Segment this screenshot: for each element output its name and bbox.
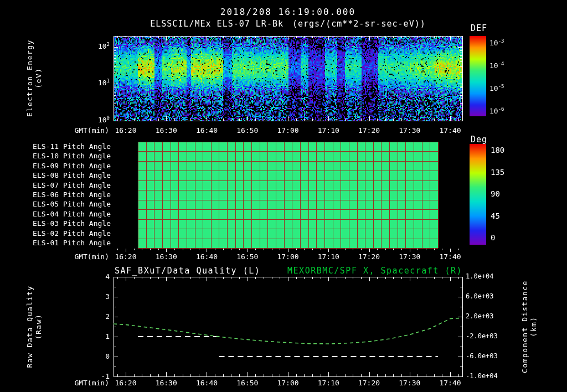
y-axis-label-component-distance: Component Distance (km) — [520, 280, 538, 373]
x-tick-label: 17:10 — [313, 379, 344, 387]
x-tick-label: 17:20 — [354, 379, 385, 387]
x-tick-label: 16:20 — [110, 379, 141, 387]
x-tick-label: 16:40 — [191, 379, 222, 387]
colorbar-tick-label: 180 — [491, 146, 504, 154]
y-tick-label: 3 — [87, 292, 110, 301]
y-tick-label: -1 — [87, 372, 110, 380]
colorbar-tick-label: 10-3 — [489, 38, 504, 47]
y-tick-label: 100 — [87, 115, 110, 124]
pitch-row-label: ELS-04 Pitch Angle — [22, 210, 111, 218]
colorbar-def-label: DEF — [471, 23, 487, 33]
x-tick-label: 17:00 — [272, 126, 303, 135]
y-axis-label-raw-data-quality: Raw Data Quality (Raw) — [25, 285, 43, 368]
x-tick-label: 16:50 — [232, 126, 263, 135]
x-tick-label: 16:50 — [232, 252, 263, 261]
y-tick-label: 2 — [87, 312, 110, 321]
x-tick-label: 16:20 — [110, 126, 141, 135]
x-tick-label: 17:40 — [435, 379, 466, 387]
y-tick-label: 2.0e+03 — [466, 312, 494, 320]
y-tick-label: 102 — [87, 42, 110, 50]
x-tick-label: 17:20 — [354, 252, 385, 261]
x-tick-label: 17:10 — [313, 252, 344, 261]
y-axis-label-line: Electron Energy — [25, 39, 34, 117]
y-tick-label: 4 — [87, 272, 110, 281]
colorbar-deg-label: Deg — [471, 135, 487, 145]
pitch-row-label: ELS-08 Pitch Angle — [22, 171, 111, 179]
x-tick-label: 16:50 — [232, 379, 263, 387]
y-axis-label-line: (Raw) — [34, 285, 43, 368]
y-axis-label-line: (km) — [529, 280, 538, 373]
pitch-row-label: ELS-09 Pitch Angle — [22, 162, 111, 170]
x-tick-label: 17:30 — [394, 379, 425, 387]
gmt-axis-label-panel2: GMT(min) — [59, 252, 109, 261]
gmt-axis-label-panel1: GMT(min) — [59, 126, 109, 135]
y-tick-label: 0 — [87, 352, 110, 360]
panel3-title-right: MEXORBMC/SPF X, Spacecraft (R) — [114, 266, 462, 276]
x-tick-label: 16:40 — [191, 252, 222, 261]
colorbar-tick-label: 90 — [491, 189, 500, 198]
plot-title-units: (ergs/(cm**2-sr-sec-eV)) — [292, 19, 426, 29]
colorbar-tick-label: 10-5 — [489, 84, 504, 92]
plot-title-instrument: ELSSCIL/MEx ELS-07 LR-Bk — [150, 19, 284, 29]
y-tick-label: 1 — [87, 332, 110, 341]
science-plot-page: 2018/208 16:19:00.000 ELSSCIL/MEx ELS-07… — [0, 0, 567, 392]
x-tick-label: 17:40 — [435, 126, 466, 135]
title-datetime: 2018/208 16:19:00.000 — [114, 7, 462, 17]
pitch-row-label: ELS-07 Pitch Angle — [22, 181, 111, 189]
x-tick-label: 16:30 — [151, 252, 182, 261]
colorbar-tick-label: 0 — [491, 233, 495, 242]
y-tick-label: -6.0e+03 — [466, 352, 498, 360]
colorbar-tick-label: 135 — [491, 168, 504, 177]
x-tick-label: 16:30 — [151, 379, 182, 387]
pitch-row-label: ELS-03 Pitch Angle — [22, 219, 111, 228]
y-axis-label-line: Component Distance — [520, 280, 529, 373]
plot-title: ELSSCIL/MEx ELS-07 LR-Bk(ergs/(cm**2-sr-… — [114, 19, 462, 29]
pitch-row-label: ELS-10 Pitch Angle — [22, 152, 111, 160]
x-tick-label: 17:40 — [435, 252, 466, 261]
x-tick-label: 16:30 — [151, 126, 182, 135]
pitch-row-label: ELS-05 Pitch Angle — [22, 200, 111, 208]
y-axis-label-line: (eV) — [34, 39, 43, 117]
x-tick-label: 17:10 — [313, 126, 344, 135]
pitch-row-label: ELS-02 Pitch Angle — [22, 229, 111, 238]
x-tick-label: 17:30 — [394, 126, 425, 135]
y-tick-label: 1.0e+04 — [466, 272, 494, 280]
y-tick-label: -1.0e+04 — [466, 372, 498, 380]
y-tick-label: 101 — [87, 78, 110, 87]
colorbar-tick-label: 10-6 — [489, 106, 504, 115]
x-tick-label: 17:30 — [394, 252, 425, 261]
colorbar-tick-label: 10-4 — [489, 61, 504, 70]
y-axis-label-electron-energy: Electron Energy (eV) — [25, 39, 43, 117]
x-tick-label: 17:20 — [354, 126, 385, 135]
y-tick-label: -2.0e+03 — [466, 332, 498, 340]
pitch-row-label: ELS-01 Pitch Angle — [22, 239, 111, 247]
colorbar-tick-label: 45 — [491, 212, 500, 220]
pitch-row-label: ELS-06 Pitch Angle — [22, 190, 111, 199]
x-tick-label: 16:40 — [191, 126, 222, 135]
pitch-row-label: ELS-11 Pitch Angle — [22, 142, 111, 151]
y-tick-label: 6.0e+03 — [466, 292, 494, 300]
x-tick-label: 17:00 — [272, 379, 303, 387]
y-axis-label-line: Raw Data Quality — [25, 285, 34, 368]
x-tick-label: 16:20 — [110, 252, 141, 261]
x-tick-label: 17:00 — [272, 252, 303, 261]
